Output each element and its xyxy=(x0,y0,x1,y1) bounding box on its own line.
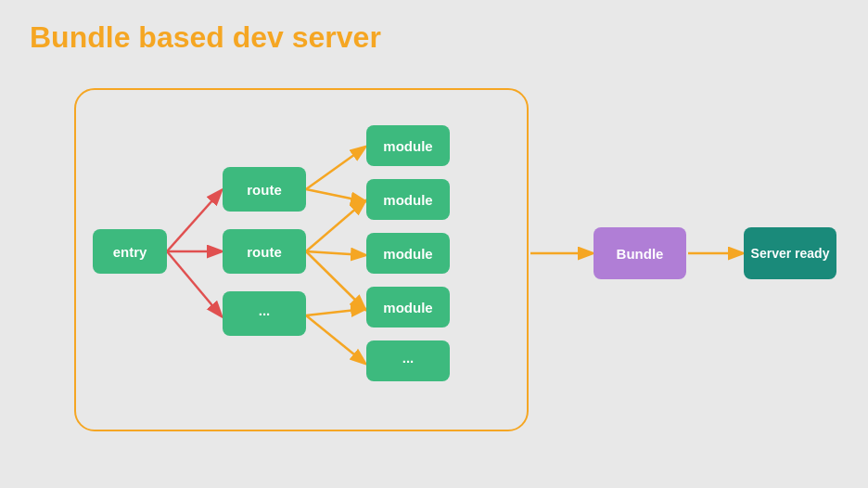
module4-node: module xyxy=(366,287,450,327)
module2-node: module xyxy=(366,179,450,220)
diagram: entry route route ··· module module modu… xyxy=(19,70,853,459)
dots2-node: ··· xyxy=(366,340,450,381)
dots1-node: ··· xyxy=(223,291,306,336)
module3-node: module xyxy=(366,233,450,274)
bundle-node: Bundle xyxy=(594,227,686,279)
module1-node: module xyxy=(366,125,450,166)
route1-node: route xyxy=(223,167,306,212)
server-ready-node: Server ready xyxy=(744,227,836,279)
route2-node: route xyxy=(223,229,306,274)
page-title: Bundle based dev server xyxy=(30,20,381,55)
entry-node: entry xyxy=(93,229,167,274)
